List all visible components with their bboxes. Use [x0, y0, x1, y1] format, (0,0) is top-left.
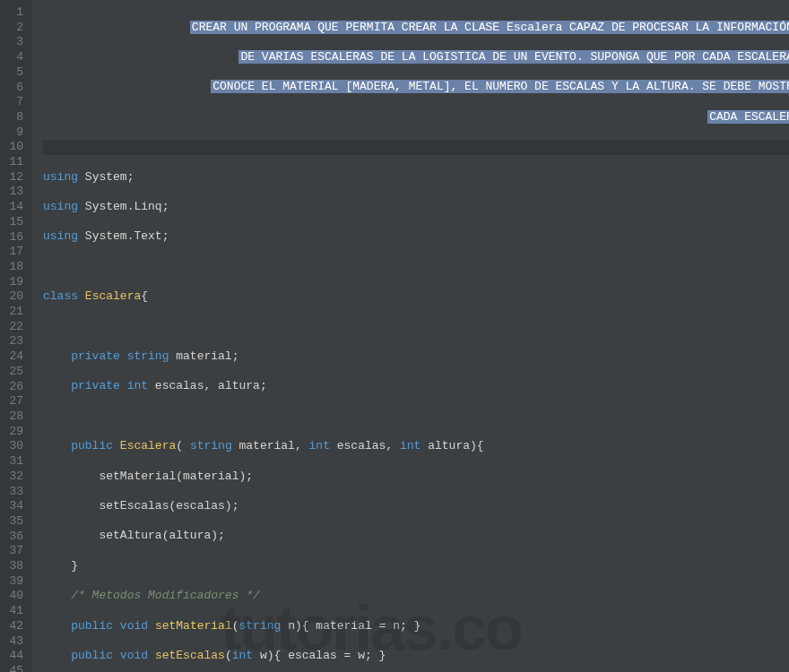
code-line: using System.Text; — [43, 229, 789, 245]
code-line: setEscalas(escalas); — [43, 499, 789, 514]
code-line — [43, 140, 789, 155]
comment-line: CONOCE EL MATERIAL [MADERA, METAL], EL N… — [43, 80, 789, 95]
code-line: public void setEscalas(int w){ escalas =… — [43, 649, 789, 664]
code-line: using System; — [43, 170, 789, 185]
code-area[interactable]: CREAR UN PROGRAMA QUE PERMITA CREAR LA C… — [32, 0, 789, 672]
comment-line: DE VARIAS ESCALERAS DE LA LOGISTICA DE U… — [43, 50, 789, 65]
code-editor: 1234567891011121314151617181920212223242… — [0, 0, 789, 672]
code-line: private int escalas, altura; — [43, 379, 789, 394]
code-line: using System.Linq; — [43, 200, 789, 215]
code-line: private string material; — [43, 349, 789, 365]
code-line: setAltura(altura); — [43, 529, 789, 544]
code-line — [43, 260, 789, 275]
code-line: } — [43, 559, 789, 574]
code-line: setMaterial(material); — [43, 470, 789, 485]
code-line: class Escalera{ — [43, 289, 789, 305]
code-line — [43, 320, 789, 335]
code-line: public Escalera( string material, int es… — [43, 439, 789, 454]
comment-line: CREAR UN PROGRAMA QUE PERMITA CREAR LA C… — [43, 21, 789, 36]
comment-line: CADA ESCALERA REGISTRADA — [43, 110, 789, 125]
code-line — [43, 409, 789, 425]
code-line: /* Metodos Modificadores */ — [43, 589, 789, 604]
line-number-gutter: 1234567891011121314151617181920212223242… — [0, 0, 32, 672]
code-line: public void setMaterial(string n){ mater… — [43, 619, 789, 634]
